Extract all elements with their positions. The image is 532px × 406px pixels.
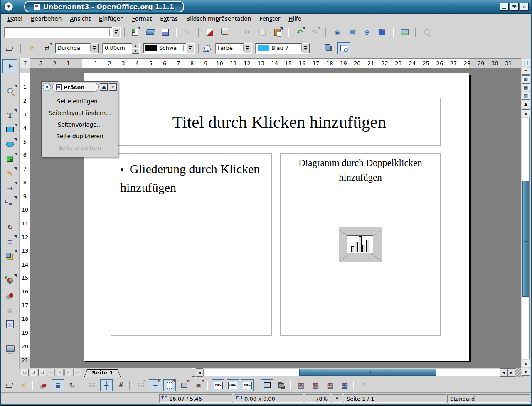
effects[interactable] bbox=[2, 274, 17, 287]
allow-effects[interactable] bbox=[37, 379, 49, 391]
drawing-view[interactable] bbox=[522, 59, 530, 66]
palette-item[interactable]: Seitenvorlage... bbox=[42, 119, 118, 130]
line-color-combobox[interactable]: Schwa bbox=[143, 43, 195, 54]
menu-item[interactable]: Einfügen bbox=[95, 15, 128, 23]
large-handles[interactable] bbox=[275, 379, 288, 391]
contour-placeholder[interactable] bbox=[309, 379, 322, 391]
layer-mode[interactable] bbox=[38, 369, 46, 376]
curve[interactable] bbox=[2, 166, 17, 180]
select[interactable] bbox=[2, 59, 17, 73]
menu-item[interactable]: Fenster bbox=[255, 15, 284, 23]
hscroll-thumb[interactable] bbox=[299, 369, 436, 376]
fill-color-dropdown[interactable] bbox=[302, 43, 310, 53]
new-presentation[interactable] bbox=[129, 27, 141, 38]
rotate[interactable] bbox=[2, 220, 17, 234]
export-pdf[interactable] bbox=[204, 27, 216, 38]
lines-arrows[interactable] bbox=[2, 181, 17, 195]
print[interactable] bbox=[219, 27, 231, 38]
undo[interactable] bbox=[293, 27, 306, 38]
page-mode[interactable] bbox=[21, 369, 29, 376]
slide-page[interactable]: Titel durch Klicken hinzufügen •Gliederu… bbox=[84, 73, 469, 361]
hscroll-left-arrow[interactable]: ◀ bbox=[196, 368, 203, 377]
window-menu-button[interactable]: ▼ bbox=[4, 2, 13, 11]
menu-item[interactable]: Hilfe bbox=[284, 15, 305, 23]
title-placeholder[interactable]: Titel durch Klicken hinzufügen bbox=[118, 98, 441, 146]
palette-rollup-button[interactable] bbox=[100, 83, 108, 91]
chart-placeholder[interactable]: Diagramm durch Doppelklicken hinzufügen bbox=[280, 153, 441, 336]
snap-to-margins[interactable] bbox=[163, 379, 176, 391]
page-tab[interactable]: Seite 1 bbox=[84, 368, 121, 377]
menu-item[interactable]: Bearbeiten bbox=[27, 15, 66, 23]
arrange[interactable] bbox=[2, 249, 17, 263]
palette-item[interactable]: Seite duplizieren bbox=[42, 130, 118, 142]
fill-color-combobox[interactable]: Blau 7 bbox=[255, 43, 310, 54]
hscroll-right-arrow[interactable]: ▶ bbox=[507, 368, 515, 377]
spin-up-button[interactable]: ▲ bbox=[132, 43, 139, 48]
horizontal-scrollbar[interactable] bbox=[203, 369, 500, 376]
edit-points[interactable] bbox=[3, 379, 15, 391]
ruler-corner[interactable]: ⊤ bbox=[20, 58, 31, 68]
menu-item[interactable]: Extras bbox=[156, 15, 182, 23]
fill-type-dropdown[interactable] bbox=[244, 43, 251, 53]
open-folder[interactable] bbox=[144, 27, 156, 38]
arrow-ends[interactable] bbox=[41, 42, 53, 54]
tab-splitter[interactable] bbox=[192, 368, 195, 377]
glue-points[interactable] bbox=[17, 379, 30, 391]
paste[interactable] bbox=[271, 27, 283, 38]
vertical-ruler[interactable]: 123456789101112131415161718192021 bbox=[20, 68, 30, 367]
rectangle[interactable] bbox=[2, 123, 17, 137]
status-zoom[interactable]: 78% bbox=[305, 394, 330, 403]
allow-rotation[interactable] bbox=[66, 379, 79, 391]
picture-placeholder[interactable] bbox=[295, 379, 307, 391]
outline-placeholder[interactable]: •Gliederung durch Klicken hinzufügen bbox=[111, 153, 272, 336]
notes-view[interactable] bbox=[522, 83, 530, 91]
design-mode[interactable] bbox=[337, 42, 350, 54]
line-width-value[interactable]: 0,00cm bbox=[103, 45, 132, 51]
menu-item[interactable]: Ansicht bbox=[66, 15, 95, 23]
simple-handles[interactable] bbox=[261, 379, 273, 391]
line-width-spinner[interactable]: 0,00cm ▲ ▼ bbox=[102, 43, 140, 54]
status-template[interactable]: Standard bbox=[447, 394, 530, 403]
hyperlink[interactable] bbox=[361, 27, 373, 38]
area-fill-button[interactable] bbox=[201, 42, 214, 54]
menu-item[interactable]: Format bbox=[128, 15, 156, 23]
vertical-scrollbar[interactable] bbox=[522, 118, 530, 359]
horizontal-ruler[interactable]: 321 123456789101112131415161718192021222… bbox=[30, 58, 523, 68]
vscroll-down-arrow[interactable]: ▼ bbox=[522, 368, 530, 376]
palette-item[interactable]: Seite einfügen... bbox=[42, 95, 118, 107]
palette-menu-button[interactable]: ▼ bbox=[43, 83, 51, 91]
master-mode[interactable] bbox=[30, 369, 37, 376]
helplines-moving[interactable] bbox=[115, 379, 127, 391]
line-style-combobox[interactable]: Durchgä bbox=[55, 43, 99, 54]
allow-interaction[interactable] bbox=[52, 379, 64, 391]
double-click-edit-text[interactable] bbox=[241, 379, 254, 391]
url-dropdown-button[interactable] bbox=[112, 27, 120, 37]
handout-view[interactable] bbox=[522, 92, 530, 100]
text[interactable] bbox=[2, 108, 17, 122]
zoom[interactable] bbox=[2, 84, 17, 98]
styles[interactable] bbox=[346, 27, 358, 38]
vscroll-thumb[interactable] bbox=[522, 181, 529, 297]
url-combobox[interactable] bbox=[4, 27, 121, 38]
objects-3d[interactable] bbox=[2, 152, 17, 166]
palette-close-button[interactable]: ✕ bbox=[109, 83, 117, 91]
line-color-dropdown[interactable] bbox=[186, 43, 194, 53]
save[interactable] bbox=[159, 27, 171, 38]
navigator[interactable] bbox=[331, 27, 343, 38]
slide-show[interactable] bbox=[2, 342, 17, 355]
show-helplines[interactable] bbox=[100, 379, 113, 391]
snap-to-object-points[interactable] bbox=[192, 379, 205, 391]
hscroll-left-arrow-2[interactable]: ◀ bbox=[500, 368, 507, 377]
gallery[interactable] bbox=[398, 27, 411, 38]
shade-button[interactable] bbox=[510, 3, 519, 11]
close-button[interactable]: ✕ bbox=[520, 3, 529, 11]
palette-title-bar[interactable]: ▼ Präsen ✕ bbox=[42, 82, 118, 93]
menu-item[interactable]: Bildschirmpräsentation bbox=[182, 15, 255, 23]
select-text-area[interactable] bbox=[227, 379, 239, 391]
effects-3d[interactable] bbox=[2, 317, 17, 331]
minimize-button[interactable] bbox=[500, 3, 509, 11]
pen[interactable] bbox=[26, 42, 38, 54]
line-style-dropdown[interactable] bbox=[91, 43, 99, 53]
menu-item[interactable]: Datei bbox=[3, 15, 27, 23]
spin-down-button[interactable]: ▼ bbox=[132, 48, 139, 54]
